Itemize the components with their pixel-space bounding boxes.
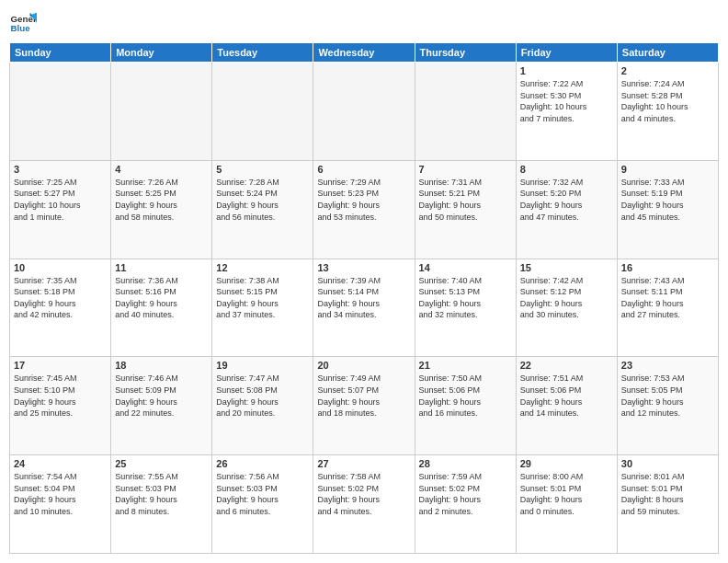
day-number: 21: [419, 360, 512, 371]
day-info: Sunrise: 7:55 AM Sunset: 5:03 PM Dayligh…: [115, 471, 208, 517]
calendar-cell: 16Sunrise: 7:43 AM Sunset: 5:11 PM Dayli…: [617, 259, 718, 357]
day-info: Sunrise: 7:54 AM Sunset: 5:04 PM Dayligh…: [14, 471, 107, 517]
day-info: Sunrise: 7:56 AM Sunset: 5:03 PM Dayligh…: [216, 471, 309, 517]
calendar-cell: 3Sunrise: 7:25 AM Sunset: 5:27 PM Daylig…: [10, 160, 111, 259]
calendar-body: 1Sunrise: 7:22 AM Sunset: 5:30 PM Daylig…: [10, 63, 719, 554]
svg-text:Blue: Blue: [11, 23, 31, 33]
day-info: Sunrise: 7:53 AM Sunset: 5:05 PM Dayligh…: [621, 373, 714, 419]
day-info: Sunrise: 7:36 AM Sunset: 5:16 PM Dayligh…: [115, 275, 208, 321]
calendar-header: Sunday Monday Tuesday Wednesday Thursday…: [10, 43, 719, 63]
day-number: 5: [216, 164, 309, 175]
day-info: Sunrise: 7:28 AM Sunset: 5:24 PM Dayligh…: [216, 177, 309, 223]
day-info: Sunrise: 7:32 AM Sunset: 5:20 PM Dayligh…: [520, 177, 613, 223]
day-number: 26: [216, 458, 309, 469]
day-number: 11: [115, 262, 208, 273]
col-thursday: Thursday: [415, 43, 516, 63]
day-number: 2: [621, 65, 714, 76]
day-info: Sunrise: 7:58 AM Sunset: 5:02 PM Dayligh…: [317, 471, 410, 517]
calendar-cell: 6Sunrise: 7:29 AM Sunset: 5:23 PM Daylig…: [313, 160, 415, 259]
col-friday: Friday: [516, 43, 617, 63]
day-number: 16: [621, 262, 714, 273]
calendar-cell: 5Sunrise: 7:28 AM Sunset: 5:24 PM Daylig…: [212, 160, 313, 259]
day-info: Sunrise: 7:47 AM Sunset: 5:08 PM Dayligh…: [216, 373, 309, 419]
calendar-cell: 13Sunrise: 7:39 AM Sunset: 5:14 PM Dayli…: [313, 259, 415, 357]
logo-icon: General Blue: [9, 9, 37, 37]
day-number: 15: [520, 262, 613, 273]
day-info: Sunrise: 7:29 AM Sunset: 5:23 PM Dayligh…: [317, 177, 410, 223]
day-number: 7: [419, 164, 512, 175]
calendar-cell: 8Sunrise: 7:32 AM Sunset: 5:20 PM Daylig…: [516, 160, 617, 259]
calendar-cell: 15Sunrise: 7:42 AM Sunset: 5:12 PM Dayli…: [516, 259, 617, 357]
day-info: Sunrise: 7:42 AM Sunset: 5:12 PM Dayligh…: [520, 275, 613, 321]
day-info: Sunrise: 7:45 AM Sunset: 5:10 PM Dayligh…: [14, 373, 107, 419]
col-wednesday: Wednesday: [313, 43, 415, 63]
day-info: Sunrise: 7:46 AM Sunset: 5:09 PM Dayligh…: [115, 373, 208, 419]
day-info: Sunrise: 7:22 AM Sunset: 5:30 PM Dayligh…: [520, 78, 613, 124]
day-info: Sunrise: 7:33 AM Sunset: 5:19 PM Dayligh…: [621, 177, 714, 223]
day-number: 19: [216, 360, 309, 371]
day-number: 8: [520, 164, 613, 175]
col-sunday: Sunday: [10, 43, 111, 63]
calendar-cell: 9Sunrise: 7:33 AM Sunset: 5:19 PM Daylig…: [617, 160, 718, 259]
day-number: 22: [520, 360, 613, 371]
day-info: Sunrise: 7:38 AM Sunset: 5:15 PM Dayligh…: [216, 275, 309, 321]
day-info: Sunrise: 7:43 AM Sunset: 5:11 PM Dayligh…: [621, 275, 714, 321]
calendar-cell: 2Sunrise: 7:24 AM Sunset: 5:28 PM Daylig…: [617, 63, 718, 161]
day-info: Sunrise: 7:31 AM Sunset: 5:21 PM Dayligh…: [419, 177, 512, 223]
day-info: Sunrise: 7:59 AM Sunset: 5:02 PM Dayligh…: [419, 471, 512, 517]
day-info: Sunrise: 7:35 AM Sunset: 5:18 PM Dayligh…: [14, 275, 107, 321]
day-number: 1: [520, 65, 613, 76]
calendar-cell: 28Sunrise: 7:59 AM Sunset: 5:02 PM Dayli…: [415, 455, 516, 554]
day-number: 9: [621, 164, 714, 175]
day-number: 18: [115, 360, 208, 371]
calendar-cell: [313, 63, 415, 161]
calendar-cell: 19Sunrise: 7:47 AM Sunset: 5:08 PM Dayli…: [212, 357, 313, 455]
calendar-week-1: 1Sunrise: 7:22 AM Sunset: 5:30 PM Daylig…: [10, 63, 719, 161]
calendar-cell: 7Sunrise: 7:31 AM Sunset: 5:21 PM Daylig…: [415, 160, 516, 259]
day-number: 13: [317, 262, 410, 273]
calendar-cell: [415, 63, 516, 161]
calendar-cell: [212, 63, 313, 161]
header: General Blue: [9, 9, 719, 37]
day-number: 17: [14, 360, 107, 371]
calendar-week-2: 3Sunrise: 7:25 AM Sunset: 5:27 PM Daylig…: [10, 160, 719, 259]
day-number: 6: [317, 164, 410, 175]
calendar-cell: 10Sunrise: 7:35 AM Sunset: 5:18 PM Dayli…: [10, 259, 111, 357]
day-info: Sunrise: 7:49 AM Sunset: 5:07 PM Dayligh…: [317, 373, 410, 419]
calendar-cell: 17Sunrise: 7:45 AM Sunset: 5:10 PM Dayli…: [10, 357, 111, 455]
calendar-cell: [111, 63, 212, 161]
calendar-cell: 26Sunrise: 7:56 AM Sunset: 5:03 PM Dayli…: [212, 455, 313, 554]
calendar-week-4: 17Sunrise: 7:45 AM Sunset: 5:10 PM Dayli…: [10, 357, 719, 455]
day-info: Sunrise: 7:51 AM Sunset: 5:06 PM Dayligh…: [520, 373, 613, 419]
calendar-cell: 23Sunrise: 7:53 AM Sunset: 5:05 PM Dayli…: [617, 357, 718, 455]
day-number: 20: [317, 360, 410, 371]
col-saturday: Saturday: [617, 43, 718, 63]
col-monday: Monday: [111, 43, 212, 63]
day-info: Sunrise: 7:50 AM Sunset: 5:06 PM Dayligh…: [419, 373, 512, 419]
calendar-cell: 4Sunrise: 7:26 AM Sunset: 5:25 PM Daylig…: [111, 160, 212, 259]
day-number: 28: [419, 458, 512, 469]
calendar-cell: 12Sunrise: 7:38 AM Sunset: 5:15 PM Dayli…: [212, 259, 313, 357]
logo: General Blue: [9, 9, 40, 37]
day-number: 27: [317, 458, 410, 469]
col-tuesday: Tuesday: [212, 43, 313, 63]
calendar-cell: 14Sunrise: 7:40 AM Sunset: 5:13 PM Dayli…: [415, 259, 516, 357]
day-info: Sunrise: 8:01 AM Sunset: 5:01 PM Dayligh…: [621, 471, 714, 517]
calendar-cell: 20Sunrise: 7:49 AM Sunset: 5:07 PM Dayli…: [313, 357, 415, 455]
day-info: Sunrise: 7:24 AM Sunset: 5:28 PM Dayligh…: [621, 78, 714, 124]
calendar-cell: 25Sunrise: 7:55 AM Sunset: 5:03 PM Dayli…: [111, 455, 212, 554]
day-number: 10: [14, 262, 107, 273]
calendar-cell: 21Sunrise: 7:50 AM Sunset: 5:06 PM Dayli…: [415, 357, 516, 455]
day-number: 23: [621, 360, 714, 371]
calendar-cell: 11Sunrise: 7:36 AM Sunset: 5:16 PM Dayli…: [111, 259, 212, 357]
page: General Blue Sunday Monday Tuesday Wedne…: [0, 0, 728, 563]
day-number: 24: [14, 458, 107, 469]
calendar-cell: 27Sunrise: 7:58 AM Sunset: 5:02 PM Dayli…: [313, 455, 415, 554]
day-number: 25: [115, 458, 208, 469]
day-info: Sunrise: 8:00 AM Sunset: 5:01 PM Dayligh…: [520, 471, 613, 517]
calendar-week-5: 24Sunrise: 7:54 AM Sunset: 5:04 PM Dayli…: [10, 455, 719, 554]
day-number: 29: [520, 458, 613, 469]
day-number: 3: [14, 164, 107, 175]
day-number: 12: [216, 262, 309, 273]
calendar-week-3: 10Sunrise: 7:35 AM Sunset: 5:18 PM Dayli…: [10, 259, 719, 357]
